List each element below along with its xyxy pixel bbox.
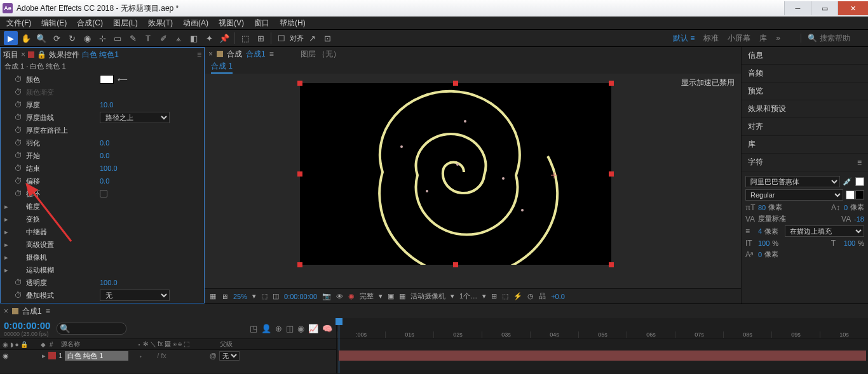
property-value[interactable]: 0.0 (100, 152, 109, 159)
property-row[interactable]: ⏱厚度在路径上 (1, 124, 204, 137)
transform-handle[interactable] (453, 262, 458, 267)
menu-edit[interactable]: 编辑(E) (39, 17, 69, 30)
menu-window[interactable]: 窗口 (252, 17, 272, 30)
tab-menu-icon[interactable]: ≡ (46, 307, 50, 316)
color-swatch[interactable] (100, 75, 114, 84)
stopwatch-icon[interactable]: ⏱ (15, 177, 22, 185)
transform-handle[interactable] (609, 81, 614, 86)
stopwatch-icon[interactable]: ⏱ (15, 126, 22, 135)
layer-panel-label[interactable]: 图层 （无） (301, 49, 341, 60)
property-row[interactable]: ▸摄像机 (1, 251, 204, 264)
shape-tool-icon[interactable]: ▭ (111, 31, 125, 45)
px-aspect-icon[interactable]: ⬚ (502, 292, 508, 300)
comp-full-icon[interactable]: ⬚ (261, 292, 268, 300)
tab-project[interactable]: 项目 (3, 50, 18, 60)
property-row[interactable]: ▸中继器 (1, 225, 204, 238)
stroke-width-value[interactable]: 4 (758, 227, 762, 235)
snap-opt1-icon[interactable]: ↗ (305, 31, 319, 45)
time-ruler[interactable]: :00s01s02s03s04s05s06s07s08s09s10s (337, 318, 868, 338)
property-row[interactable]: ⏱偏移0.0 (1, 175, 204, 187)
visibility-toggle-icon[interactable]: ◉ (3, 352, 11, 360)
stopwatch-icon[interactable]: ⏱ (15, 278, 22, 287)
property-row[interactable]: ⏱结束100.0 (1, 162, 204, 175)
stopwatch-icon[interactable]: ⏱ (15, 151, 22, 160)
panel-menu-icon[interactable]: ≡ (857, 158, 862, 167)
panel-library[interactable]: 库 (742, 136, 868, 154)
stopwatch-icon[interactable]: ⏱ (15, 88, 22, 97)
panel-menu-icon[interactable]: ≡ (197, 50, 201, 59)
property-value[interactable]: 0.0 (100, 177, 109, 185)
frame-blend-icon[interactable]: ◫ (286, 324, 294, 333)
workspace-more-icon[interactable]: » (776, 34, 780, 43)
property-row[interactable]: ⏱厚度曲线路径之上 (1, 111, 204, 124)
panel-align[interactable]: 对齐 (742, 118, 868, 136)
timecode-display[interactable]: 0:00:00:00 (4, 320, 50, 331)
layer-name[interactable]: 白色 纯色 1 (65, 351, 128, 361)
camera-select[interactable]: 活动摄像机 (410, 291, 445, 301)
menu-anim[interactable]: 动画(A) (180, 17, 211, 30)
snap-opt2-icon[interactable]: ⊡ (320, 31, 334, 45)
timeline-layer-row[interactable]: ◉ ▸ 1 白色 纯色 1 ⬩ / fx @ 无 (0, 350, 336, 361)
channel-icon[interactable]: ◉ (348, 292, 355, 300)
brush-tool-icon[interactable]: ✐ (156, 31, 170, 45)
property-row[interactable]: ▸变换 (1, 213, 204, 225)
property-row[interactable]: ▸运动模糊 (1, 264, 204, 276)
minimize-button[interactable]: ─ (784, 1, 811, 15)
font-family-select[interactable]: 阿里巴巴普惠体 (745, 176, 840, 187)
expand-icon[interactable]: ▸ (4, 266, 11, 274)
transform-handle[interactable] (297, 171, 302, 177)
property-row[interactable]: ▸锥度 (1, 200, 204, 213)
menu-file[interactable]: 文件(F) (4, 17, 34, 30)
tab-close-icon[interactable]: × (4, 307, 8, 316)
hscale-value[interactable]: 100 (844, 239, 855, 247)
pen-tool-icon[interactable]: ✎ (126, 31, 140, 45)
property-select[interactable]: 无 (100, 290, 170, 301)
menu-help[interactable]: 帮助(H) (277, 17, 308, 30)
timeline-search-input[interactable] (57, 323, 126, 335)
panel-audio[interactable]: 音频 (742, 65, 868, 83)
property-checkbox[interactable] (100, 190, 107, 197)
help-search-input[interactable] (820, 34, 864, 43)
transform-handle[interactable] (453, 81, 458, 86)
property-row[interactable]: ⏱厚度10.0 (1, 98, 204, 111)
shy-icon[interactable]: 👤 (261, 324, 271, 333)
views-select[interactable]: 1个… (459, 291, 477, 301)
property-row[interactable]: ⏱开始0.0 (1, 149, 204, 162)
stopwatch-icon[interactable]: ⏱ (15, 291, 22, 300)
roi-icon[interactable]: ▣ (388, 292, 394, 300)
property-row[interactable]: ⏱颜色渐变 (1, 86, 204, 98)
zoom-tool-icon[interactable]: 🔍 (34, 31, 48, 45)
tracking-value[interactable]: -18 (854, 215, 864, 223)
current-time[interactable]: 0:00:00:00 (284, 293, 317, 300)
snapshot-icon[interactable]: 📷 (322, 292, 331, 300)
transform-handle[interactable] (297, 262, 302, 267)
graph-editor-icon[interactable]: 📈 (308, 324, 318, 333)
property-row[interactable]: ⏱循环 (1, 187, 204, 200)
anchor-tool-icon[interactable]: ⊹ (95, 31, 109, 45)
stopwatch-icon[interactable]: ⏱ (15, 164, 22, 173)
show-snapshot-icon[interactable]: 👁 (336, 293, 343, 300)
comp-canvas[interactable] (300, 83, 611, 265)
stopwatch-icon[interactable]: ⏱ (15, 189, 22, 198)
comp-tab-name[interactable]: 合成1 (246, 49, 266, 60)
tab-close-icon[interactable]: × (21, 50, 25, 59)
property-value[interactable]: 10.0 (100, 101, 113, 109)
leading-value[interactable]: 0 (844, 204, 848, 211)
workspace-small[interactable]: 小屏幕 (728, 33, 750, 44)
mask-icon[interactable]: ◫ (273, 292, 279, 300)
property-value[interactable]: 0.0 (100, 139, 109, 147)
orbit-tool-icon[interactable]: ⟳ (50, 31, 64, 45)
property-row[interactable]: ⏱透明度100.0 (1, 276, 204, 289)
timeline-icon[interactable]: ◷ (527, 292, 534, 300)
exposure-value[interactable]: +0.0 (551, 293, 565, 300)
eyedropper-icon[interactable]: ⟵ (118, 76, 128, 84)
property-value[interactable]: 100.0 (100, 279, 118, 286)
puppet-tool-icon[interactable]: 📌 (217, 31, 231, 45)
transform-handle[interactable] (609, 171, 614, 177)
close-button[interactable]: ✕ (837, 1, 868, 15)
menu-layer[interactable]: 图层(L) (111, 17, 140, 30)
menu-comp[interactable]: 合成(C) (74, 17, 105, 30)
eraser-tool-icon[interactable]: ◧ (187, 31, 201, 45)
menu-effect[interactable]: 效果(T) (146, 17, 175, 30)
brain-icon[interactable]: 🧠 (322, 324, 332, 333)
